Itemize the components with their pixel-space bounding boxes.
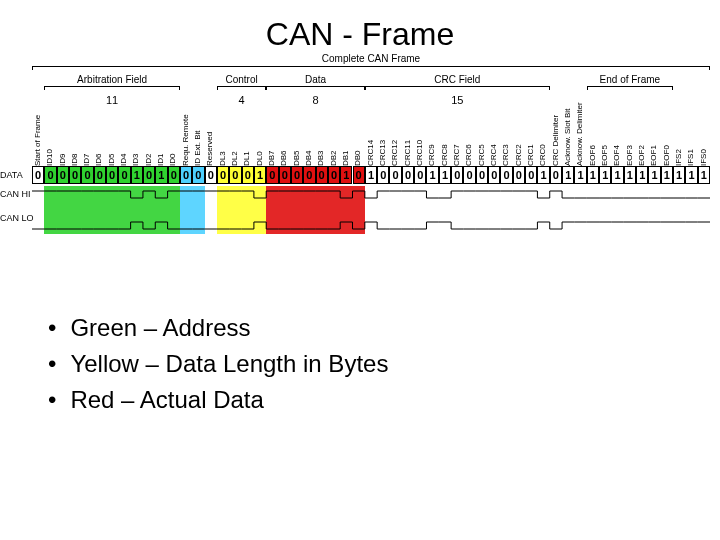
bit-cell: 1 (624, 166, 636, 184)
column-label: CRC4 (489, 144, 498, 166)
bit-cell: 0 (316, 166, 328, 184)
field-label: CRC Field (434, 74, 480, 85)
bit-cell: 0 (205, 166, 217, 184)
column-label: ID2 (144, 154, 153, 166)
bit-cell: 0 (217, 166, 229, 184)
column-label: CRC5 (477, 144, 486, 166)
column-label: DL1 (242, 151, 251, 166)
bit-cell: 0 (488, 166, 500, 184)
bit-cell: 0 (242, 166, 254, 184)
bit-cell: 0 (32, 166, 44, 184)
bit-cell: 0 (328, 166, 340, 184)
bit-cell: 0 (353, 166, 365, 184)
column-label: ID Ext. Bit (193, 130, 202, 166)
waveform-highlight (266, 186, 365, 234)
bullet: Yellow – Data Length in Bytes (70, 346, 388, 382)
field-count: 15 (451, 94, 463, 106)
bit-cell: 0 (525, 166, 537, 184)
column-label: Start of Frame (33, 115, 42, 166)
bit-cell: 0 (69, 166, 81, 184)
bit-cell: 0 (192, 166, 204, 184)
bit-cell: 0 (44, 166, 56, 184)
field-bracket (266, 86, 365, 90)
field-label: Arbitration Field (77, 74, 147, 85)
waveform-highlight (180, 186, 205, 234)
column-label: CRC7 (452, 144, 461, 166)
bit-cell: 0 (414, 166, 426, 184)
field-count: 11 (106, 94, 118, 106)
bit-cell: 0 (106, 166, 118, 184)
field-label: End of Frame (600, 74, 661, 85)
complete-label: Complete CAN Frame (322, 53, 420, 64)
bit-cell: 0 (118, 166, 130, 184)
bit-cell: 1 (698, 166, 710, 184)
field-bracket (365, 86, 550, 90)
column-label: IFS1 (686, 149, 695, 166)
column-label: DB6 (279, 150, 288, 166)
column-label: DL2 (230, 151, 239, 166)
bit-cell: 0 (291, 166, 303, 184)
column-label: EOF4 (612, 145, 621, 166)
column-label: CRC9 (427, 144, 436, 166)
column-label: ID9 (58, 154, 67, 166)
waveform-background (10, 186, 710, 234)
bit-cell: 1 (340, 166, 352, 184)
bit-cell: 0 (451, 166, 463, 184)
bit-cell: 0 (463, 166, 475, 184)
bit-cell: 1 (599, 166, 611, 184)
field-count: 8 (312, 94, 318, 106)
bit-cell: 0 (279, 166, 291, 184)
column-label: CRC Delimiter (551, 115, 560, 166)
field-bracket (217, 86, 266, 90)
column-label: EOF1 (649, 145, 658, 166)
column-label: IFS2 (674, 149, 683, 166)
bit-cell: 0 (377, 166, 389, 184)
field-label: Data (305, 74, 326, 85)
column-label: EOF0 (662, 145, 671, 166)
column-label: ID8 (70, 154, 79, 166)
bit-cell: 0 (500, 166, 512, 184)
bit-cell: 0 (550, 166, 562, 184)
column-label: DB3 (316, 150, 325, 166)
column-label: DL0 (255, 151, 264, 166)
bit-cell: 1 (439, 166, 451, 184)
bit-cell: 0 (303, 166, 315, 184)
column-label: CRC6 (464, 144, 473, 166)
column-label: Requ. Remote (181, 114, 190, 166)
bit-cell: 1 (574, 166, 586, 184)
column-label: CRC14 (366, 140, 375, 166)
column-label: Acknow. Slot Bit (563, 109, 572, 166)
bullet: Green – Address (70, 310, 250, 346)
bit-cell: 0 (180, 166, 192, 184)
column-label: ID6 (94, 154, 103, 166)
column-label: ID7 (82, 154, 91, 166)
column-label: ID1 (156, 154, 165, 166)
column-label: DB1 (341, 150, 350, 166)
column-label: CRC2 (514, 144, 523, 166)
column-label: ID0 (168, 154, 177, 166)
bit-cell: 0 (389, 166, 401, 184)
column-label: CRC3 (501, 144, 510, 166)
bit-cell: 1 (685, 166, 697, 184)
bit-cell: 1 (131, 166, 143, 184)
bit-cell: 1 (661, 166, 673, 184)
bit-cell: 0 (266, 166, 278, 184)
field-bracket (587, 86, 673, 90)
waveform-highlight (217, 186, 266, 234)
field-bracket (44, 86, 180, 90)
bit-cell: 0 (513, 166, 525, 184)
field-count: 4 (239, 94, 245, 106)
column-label: ID10 (45, 149, 54, 166)
column-label: CRC11 (403, 140, 412, 166)
bit-cell: 1 (611, 166, 623, 184)
bit-cell: 0 (57, 166, 69, 184)
column-label: EOF5 (600, 145, 609, 166)
legend-bullets: •Green – Address •Yellow – Data Length i… (48, 310, 388, 418)
column-label: EOF6 (588, 145, 597, 166)
column-label: CRC10 (415, 140, 424, 166)
column-label: DB7 (267, 150, 276, 166)
waveform-highlight (44, 186, 180, 234)
bit-cell: 1 (648, 166, 660, 184)
column-label: EOF2 (637, 145, 646, 166)
field-label: Control (225, 74, 257, 85)
